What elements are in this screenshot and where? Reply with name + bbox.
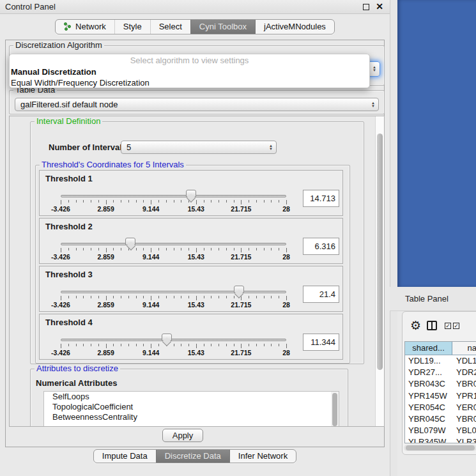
slider-track[interactable]: [61, 291, 286, 293]
table-row[interactable]: YPR145WYPR1: [405, 390, 476, 402]
float-panel-icon[interactable]: [363, 4, 369, 10]
table-row[interactable]: YLR345WYLR3: [405, 436, 476, 443]
dropdown-item[interactable]: Manual Discretization: [10, 66, 369, 77]
threshold-label: Threshold 2: [45, 222, 93, 231]
slider-tick-label: -3.426: [51, 349, 70, 357]
slider-tick: [174, 296, 174, 298]
table-data-select[interactable]: galFiltered.sif default node ▲▼: [15, 98, 379, 111]
tab-select[interactable]: Select: [150, 20, 190, 34]
slider-tick: [249, 344, 249, 346]
table-panel-title: Table Panel: [405, 294, 449, 303]
table-header-row: shared... na: [405, 342, 476, 355]
slider-thumb[interactable]: [162, 334, 172, 341]
slider-tick-label: 21.715: [231, 205, 251, 213]
slider-thumb[interactable]: [125, 238, 135, 245]
table-cell-name: YBR0: [452, 413, 476, 425]
settings-vertical-scrollbar-thumb[interactable]: [377, 134, 383, 370]
tab-infer-network[interactable]: Infer Network: [229, 450, 296, 463]
slider-tick: [166, 248, 167, 250]
table-cell-shared-name: YDR27...: [405, 367, 452, 378]
threshold-value-field[interactable]: 21.4: [303, 286, 339, 303]
table-row[interactable]: YBL079WYBL0: [405, 425, 476, 436]
slider-tick: [166, 200, 167, 203]
slider-tick: [121, 296, 121, 298]
tab-jactivemnodules[interactable]: jActiveMNodules: [255, 20, 334, 34]
dropdown-placeholder-item[interactable]: Select algorithm to view settings: [10, 55, 369, 66]
slider-tick: [271, 248, 272, 250]
tab-label: Style: [123, 20, 142, 34]
slider-tick: [271, 344, 272, 346]
table-cell-name: YDL1: [452, 355, 476, 367]
slider-tick: [264, 200, 265, 203]
slider-tick: [226, 296, 227, 298]
slider-tick: [83, 200, 84, 203]
table-row[interactable]: YBR045CYBR0: [405, 413, 476, 425]
slider-tick: [174, 344, 174, 346]
slider-tick-label: 28: [282, 253, 290, 261]
dropdown-item[interactable]: Equal Width/Frequency Discretization: [10, 77, 369, 88]
slider-tick: [181, 296, 181, 298]
select-none-check-icon[interactable]: ✓: [453, 323, 459, 329]
slider-tick: [264, 248, 265, 250]
slider-track[interactable]: [61, 339, 286, 341]
table-cell-shared-name: YDL19...: [405, 355, 452, 367]
slider-tick: [286, 344, 287, 348]
threshold-value-field[interactable]: 6.316: [303, 238, 339, 255]
number-of-intervals-value: 5: [127, 142, 131, 152]
attribute-list-item[interactable]: TopologicalCoefficient: [44, 402, 339, 412]
slider-thumb[interactable]: [234, 286, 244, 293]
interval-definition-title: Interval Definition: [35, 117, 102, 126]
column-view-icon[interactable]: [427, 321, 437, 330]
slider-tick: [151, 344, 151, 348]
slider-tick-label: 21.715: [231, 349, 251, 357]
top-tab-bar: NetworkStyleSelectCyni ToolboxjActiveMNo…: [0, 19, 390, 35]
table-cell-name: YLR3: [452, 436, 476, 443]
attributes-list-scrollbar[interactable]: [331, 392, 339, 427]
table-horizontal-scrollbar-thumb[interactable]: [406, 445, 475, 450]
table-cell-shared-name: YBR045C: [405, 413, 452, 425]
slider-tick: [174, 200, 174, 203]
tab-impute-data[interactable]: Impute Data: [94, 450, 156, 463]
apply-button[interactable]: Apply: [162, 429, 203, 442]
table-row[interactable]: YBR043CYBR0: [405, 378, 476, 390]
slider-tick: [106, 344, 107, 348]
select-all-check-icon[interactable]: ✓: [445, 323, 451, 329]
slider-tick: [204, 296, 204, 298]
slider-tick: [264, 296, 265, 298]
attribute-list-item[interactable]: SelfLoops: [44, 392, 339, 402]
close-panel-icon[interactable]: ✕: [376, 1, 383, 12]
tab-discretize-data[interactable]: Discretize Data: [156, 450, 229, 463]
table-toolbar: ⚙ ✓ ✓: [403, 317, 476, 337]
slider-track[interactable]: [61, 195, 286, 197]
slider-tick: [234, 248, 234, 250]
threshold-label: Threshold 1: [45, 174, 93, 183]
gear-icon[interactable]: ⚙: [410, 318, 421, 333]
number-of-intervals-select[interactable]: 5 ▲▼: [121, 141, 277, 154]
column-header-shared-name[interactable]: shared...: [405, 342, 452, 355]
settings-vertical-scrollbar[interactable]: [375, 116, 384, 426]
table-row[interactable]: YER054CYER0: [405, 402, 476, 413]
control-panel-titlebar: Control Panel ✕: [0, 0, 390, 14]
threshold-value-field[interactable]: 14.713: [303, 190, 339, 207]
slider-tick: [219, 200, 219, 203]
table-row[interactable]: YDL19...YDL1: [405, 355, 476, 367]
slider-track[interactable]: [61, 243, 286, 245]
panel-divider[interactable]: [390, 0, 397, 476]
table-cell-shared-name: YPR145W: [405, 390, 452, 402]
tab-cyni-toolbox[interactable]: Cyni Toolbox: [190, 20, 255, 34]
slider-tick: [204, 248, 204, 250]
table-horizontal-scrollbar[interactable]: [404, 445, 476, 451]
interval-definition-group: Interval Definition Number of Intervals …: [30, 121, 364, 364]
attribute-list-item[interactable]: BetweennessCentrality: [44, 412, 339, 422]
slider-tick: [188, 344, 189, 346]
tab-label: Discretize Data: [165, 450, 221, 463]
threshold-value-field[interactable]: 11.344: [303, 334, 339, 351]
slider-thumb[interactable]: [186, 190, 196, 197]
slider-tick: [234, 200, 234, 203]
column-header-name[interactable]: na: [452, 342, 476, 355]
numerical-attributes-list[interactable]: SelfLoopsTopologicalCoefficientBetweenne…: [43, 391, 339, 427]
table-row[interactable]: YDR27...YDR2: [405, 367, 476, 378]
attributes-list-scrollbar-thumb[interactable]: [332, 393, 337, 426]
tab-network[interactable]: Network: [56, 20, 114, 34]
tab-style[interactable]: Style: [114, 20, 150, 34]
